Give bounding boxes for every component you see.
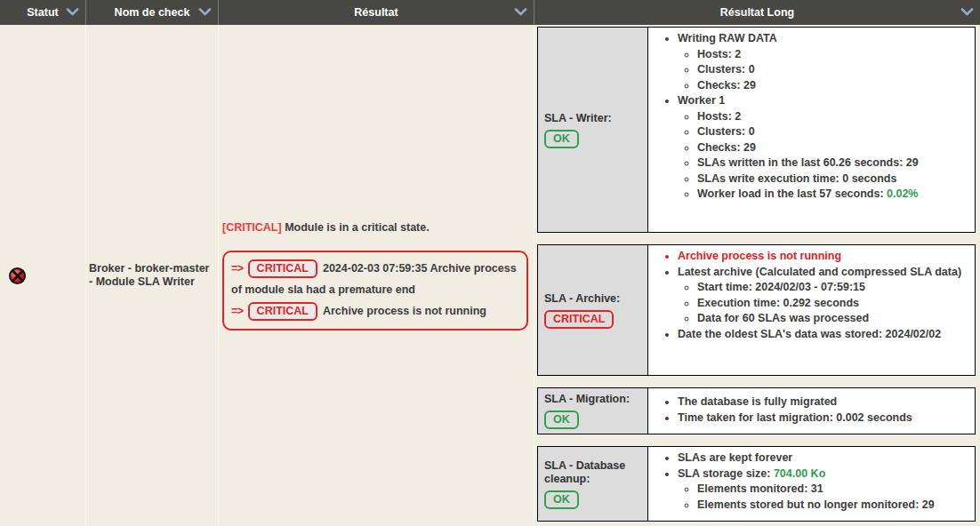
- subtable-details: Writing RAW DATA Hosts: 2 Clusters: 0 Ch…: [648, 28, 975, 232]
- subtable-details: The database is fully migrated Time take…: [648, 388, 975, 434]
- bullet-list: Writing RAW DATA Hosts: 2 Clusters: 0 Ch…: [652, 31, 971, 93]
- table-row: Broker - broker-master - Module SLA Writ…: [0, 25, 980, 526]
- highlight-value: 704.00 Ko: [774, 467, 825, 480]
- list-item: SLAs written in the last 60.26 seconds: …: [697, 155, 971, 171]
- list-item: Time taken for last migration: 0.002 sec…: [678, 410, 971, 426]
- result-detail-line: =>CRITICALArchive process is not running: [231, 300, 519, 322]
- list-item-text: Worker 1: [678, 94, 725, 107]
- column-header-resultat-long[interactable]: Résultat Long: [534, 0, 980, 25]
- list-item-text: Writing RAW DATA: [678, 32, 777, 44]
- section-title: SLA - Archive:: [544, 292, 641, 306]
- list-item: Clusters: 0: [697, 62, 971, 78]
- subtable-sla-database-cleanup: SLA - Database cleanup: OK SLAs are kept…: [537, 446, 976, 522]
- result-cell: [CRITICAL] Module is in a critical state…: [219, 25, 534, 526]
- bullet-list: SLAs are kept forever SLA storage size: …: [652, 450, 971, 513]
- long-result-cell: SLA - Writer: OK Writing RAW DATA Hosts:…: [534, 25, 980, 526]
- result-detail-text: Archive process is not running: [323, 305, 486, 317]
- arrow-indicator: =>: [231, 305, 244, 317]
- list-item: Archive process is not running: [678, 249, 971, 265]
- chevron-down-icon[interactable]: [198, 8, 212, 16]
- status-cell: [0, 25, 86, 526]
- check-name-cell: Broker - broker-master - Module SLA Writ…: [86, 25, 219, 526]
- column-header-nom-de-check[interactable]: Nom de check: [86, 0, 219, 25]
- subtable-sla-archive: SLA - Archive: CRITICAL Archive process …: [537, 244, 976, 376]
- monitoring-status-table: Statut Nom de check Résultat Résultat Lo…: [0, 0, 980, 526]
- column-header-resultat[interactable]: Résultat: [219, 0, 534, 25]
- section-title: SLA - Migration:: [544, 393, 641, 406]
- list-item-text: Latest archive (Calculated and compresse…: [678, 266, 961, 278]
- subtable-status-panel: SLA - Database cleanup: OK: [538, 447, 648, 521]
- list-item-text: SLA storage size:: [678, 467, 774, 480]
- ok-badge: OK: [544, 130, 579, 148]
- check-name-link[interactable]: Broker - broker-master - Module SLA Writ…: [89, 262, 215, 290]
- list-item: SLA storage size: 704.00 Ko Elements mon…: [678, 466, 971, 514]
- subtable-details: Archive process is not running Latest ar…: [648, 245, 975, 375]
- subtable-status-panel: SLA - Migration: OK: [538, 388, 648, 434]
- list-item: The database is fully migrated: [678, 394, 971, 410]
- subtable-status-panel: SLA - Writer: OK: [538, 28, 648, 232]
- critical-badge: CRITICAL: [544, 310, 614, 329]
- list-item: Worker load in the last 57 seconds: 0.02…: [697, 187, 971, 203]
- list-item: Hosts: 2: [697, 109, 971, 125]
- result-detail-line: =>CRITICAL2024-02-03 07:59:35 Archive pr…: [231, 258, 519, 300]
- list-item: Latest archive (Calculated and compresse…: [678, 265, 971, 327]
- chevron-down-icon[interactable]: [66, 8, 79, 16]
- subtable-sla-migration: SLA - Migration: OK The database is full…: [537, 387, 976, 434]
- list-item: Worker 1 Hosts: 2 Clusters: 0 Checks: 29…: [678, 93, 971, 203]
- ok-badge: OK: [544, 410, 579, 429]
- list-item-text: Worker load in the last 57 seconds:: [697, 187, 887, 200]
- arrow-indicator: =>: [231, 262, 244, 275]
- list-item: Elements monitored: 31: [697, 482, 971, 498]
- result-status-prefix: [CRITICAL]: [222, 221, 282, 234]
- chevron-down-icon[interactable]: [514, 8, 527, 16]
- subtable-sla-writer: SLA - Writer: OK Writing RAW DATA Hosts:…: [537, 27, 976, 233]
- critical-badge: CRITICAL: [248, 302, 317, 321]
- list-item: SLAs write execution time: 0 seconds: [697, 171, 971, 187]
- bullet-list: The database is fully migrated Time take…: [652, 394, 971, 426]
- list-item: Data for 60 SLAs was processed: [697, 311, 971, 327]
- bullet-list: Archive process is not running Latest ar…: [652, 249, 971, 327]
- section-title: SLA - Writer:: [544, 112, 641, 125]
- column-header-label: Nom de check: [115, 6, 190, 19]
- column-header-label: Résultat: [354, 6, 398, 19]
- column-header-label: Résultat Long: [720, 6, 794, 19]
- column-header-label: Statut: [27, 6, 58, 19]
- result-summary-text: Module is in a critical state.: [282, 221, 430, 234]
- table-header: Statut Nom de check Résultat Résultat Lo…: [0, 0, 980, 25]
- list-item: SLAs are kept forever: [678, 450, 971, 466]
- column-header-statut[interactable]: Statut: [0, 0, 86, 25]
- list-item: Writing RAW DATA Hosts: 2 Clusters: 0 Ch…: [678, 31, 971, 93]
- subtable-status-panel: SLA - Archive: CRITICAL: [538, 245, 648, 375]
- critical-status-icon: [9, 267, 26, 284]
- section-title: SLA - Database cleanup:: [544, 459, 641, 486]
- list-item: Elements stored but no longer monitored:…: [697, 498, 971, 514]
- list-item: Checks: 29: [697, 78, 971, 94]
- list-item: Hosts: 2: [697, 47, 971, 63]
- critical-badge: CRITICAL: [248, 259, 317, 278]
- list-item: Execution time: 0.292 seconds: [697, 296, 971, 312]
- list-item: Date the oldest SLA's data was stored: 2…: [678, 327, 971, 343]
- list-item: Start time: 2024/02/03 - 07:59:15: [697, 280, 971, 296]
- result-summary: [CRITICAL] Module is in a critical state…: [222, 221, 530, 234]
- chevron-down-icon[interactable]: [960, 8, 974, 16]
- list-item: Checks: 29: [697, 140, 971, 156]
- result-detail-box: =>CRITICAL2024-02-03 07:59:35 Archive pr…: [222, 251, 528, 331]
- list-item: Clusters: 0: [697, 124, 971, 140]
- bullet-list: Worker 1 Hosts: 2 Clusters: 0 Checks: 29…: [652, 93, 971, 203]
- ok-badge: OK: [544, 490, 579, 509]
- highlight-value: 0.02%: [887, 187, 918, 200]
- subtable-details: SLAs are kept forever SLA storage size: …: [648, 447, 975, 521]
- bullet-list: Date the oldest SLA's data was stored: 2…: [652, 327, 971, 343]
